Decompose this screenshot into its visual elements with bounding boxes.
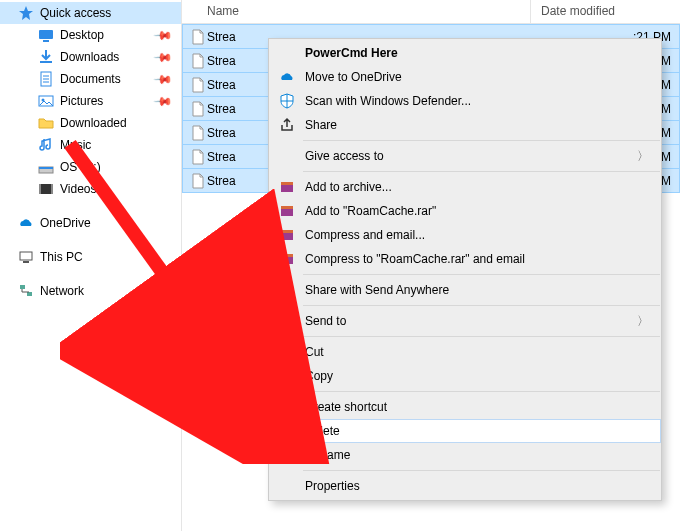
menu-compress-rar-email[interactable]: Compress to "RoamCache.rar" and email: [269, 247, 661, 271]
svg-rect-22: [281, 206, 293, 209]
file-icon: [183, 101, 207, 117]
menu-share[interactable]: Share: [269, 113, 661, 137]
menu-compress-email[interactable]: Compress and email...: [269, 223, 661, 247]
sidebar-item-downloads[interactable]: Downloads 📌: [0, 46, 181, 68]
menu-send-to[interactable]: Send to 〉: [269, 309, 661, 333]
sidebar-label: This PC: [40, 250, 83, 264]
file-icon: [183, 53, 207, 69]
menu-add-rar[interactable]: Add to "RoamCache.rar": [269, 199, 661, 223]
sidebar-item-documents[interactable]: Documents 📌: [0, 68, 181, 90]
menu-cut[interactable]: Cut: [269, 340, 661, 364]
sidebar-label: OS (C:): [60, 160, 101, 174]
svg-rect-17: [20, 285, 25, 289]
sidebar-label: Downloaded: [60, 116, 127, 130]
menu-create-shortcut[interactable]: Create shortcut: [269, 395, 661, 419]
sidebar-item-this-pc[interactable]: This PC: [0, 246, 181, 268]
svg-rect-16: [23, 261, 29, 263]
drive-icon: [38, 159, 54, 175]
separator: [303, 171, 660, 172]
column-headers: Name Date modified: [182, 0, 680, 24]
svg-marker-0: [19, 6, 33, 20]
menu-add-archive[interactable]: Add to archive...: [269, 175, 661, 199]
pin-icon: 📌: [153, 47, 174, 68]
defender-icon: [275, 93, 299, 109]
sidebar-label: Quick access: [40, 6, 111, 20]
sidebar-item-videos[interactable]: Videos: [0, 178, 181, 200]
this-pc-icon: [18, 249, 34, 265]
sidebar-item-quick-access[interactable]: Quick access: [0, 2, 181, 24]
separator: [303, 274, 660, 275]
sidebar-item-os-c[interactable]: OS (C:): [0, 156, 181, 178]
submenu-arrow-icon: 〉: [637, 313, 649, 330]
separator: [303, 336, 660, 337]
sidebar-label: Music: [60, 138, 91, 152]
svg-rect-13: [39, 184, 41, 194]
file-icon: [183, 125, 207, 141]
share-icon: [275, 117, 299, 133]
menu-copy[interactable]: Copy: [269, 364, 661, 388]
file-icon: [183, 149, 207, 165]
sidebar-label: Desktop: [60, 28, 104, 42]
menu-rename[interactable]: Rename: [269, 443, 661, 467]
menu-powercmd[interactable]: PowerCmd Here: [269, 41, 661, 65]
desktop-icon: [38, 27, 54, 43]
pin-icon: 📌: [153, 25, 174, 46]
downloads-icon: [38, 49, 54, 65]
sidebar-item-pictures[interactable]: Pictures 📌: [0, 90, 181, 112]
menu-send-anywhere[interactable]: Share with Send Anywhere: [269, 278, 661, 302]
onedrive-icon: [275, 69, 299, 85]
menu-properties[interactable]: Properties: [269, 474, 661, 498]
winrar-icon: [275, 203, 299, 219]
menu-delete[interactable]: Delete: [269, 419, 661, 443]
pin-icon: 📌: [153, 91, 174, 112]
navigation-pane: Quick access Desktop 📌 Downloads 📌 Docum…: [0, 0, 182, 531]
file-icon: [183, 173, 207, 189]
menu-give-access[interactable]: Give access to 〉: [269, 144, 661, 168]
sidebar-item-desktop[interactable]: Desktop 📌: [0, 24, 181, 46]
winrar-icon: [275, 179, 299, 195]
network-icon: [18, 283, 34, 299]
separator: [303, 305, 660, 306]
folder-icon: [38, 115, 54, 131]
sidebar-label: Pictures: [60, 94, 103, 108]
videos-icon: [38, 181, 54, 197]
context-menu: PowerCmd Here Move to OneDrive Scan with…: [268, 38, 662, 501]
svg-rect-15: [20, 252, 32, 260]
music-icon: [38, 137, 54, 153]
sidebar-label: Network: [40, 284, 84, 298]
svg-rect-24: [281, 230, 293, 233]
svg-rect-18: [27, 292, 32, 296]
sidebar-item-network[interactable]: Network: [0, 280, 181, 302]
svg-rect-26: [281, 254, 293, 257]
menu-move-onedrive[interactable]: Move to OneDrive: [269, 65, 661, 89]
svg-rect-2: [43, 40, 49, 42]
winrar-icon: [275, 227, 299, 243]
pin-icon: 📌: [153, 69, 174, 90]
quick-access-icon: [18, 5, 34, 21]
sidebar-item-downloaded[interactable]: Downloaded: [0, 112, 181, 134]
svg-rect-11: [39, 167, 53, 169]
sidebar-label: Videos: [60, 182, 96, 196]
svg-rect-1: [39, 30, 53, 39]
pictures-icon: [38, 93, 54, 109]
separator: [303, 391, 660, 392]
onedrive-icon: [18, 215, 34, 231]
submenu-arrow-icon: 〉: [637, 148, 649, 165]
menu-scan-defender[interactable]: Scan with Windows Defender...: [269, 89, 661, 113]
separator: [303, 470, 660, 471]
sidebar-label: Downloads: [60, 50, 119, 64]
documents-icon: [38, 71, 54, 87]
sidebar-label: OneDrive: [40, 216, 91, 230]
svg-rect-14: [51, 184, 53, 194]
file-icon: [183, 77, 207, 93]
send-anywhere-icon: [275, 282, 299, 298]
column-name[interactable]: Name: [182, 0, 530, 23]
file-icon: [183, 29, 207, 45]
winrar-icon: [275, 251, 299, 267]
sidebar-item-music[interactable]: Music: [0, 134, 181, 156]
sidebar-item-onedrive[interactable]: OneDrive: [0, 212, 181, 234]
svg-rect-20: [281, 182, 293, 185]
column-date[interactable]: Date modified: [530, 0, 680, 23]
sidebar-label: Documents: [60, 72, 121, 86]
separator: [303, 140, 660, 141]
